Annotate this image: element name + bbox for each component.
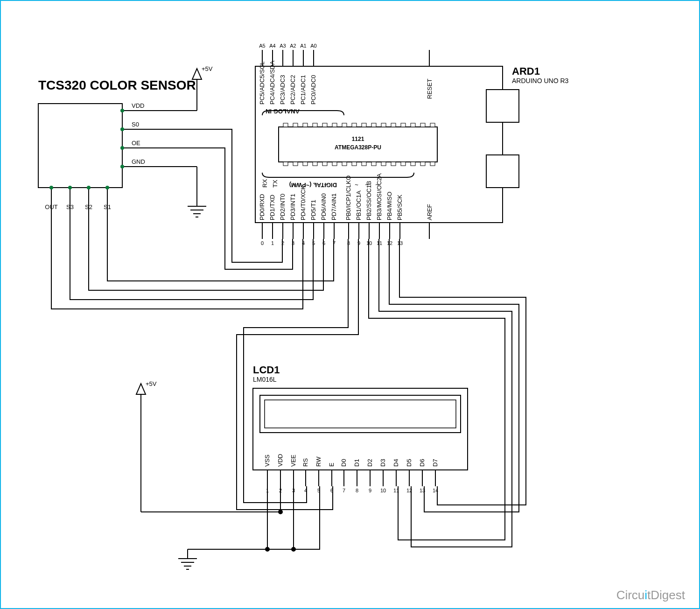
svg-rect-66 — [371, 162, 376, 166]
svg-rect-47 — [342, 123, 347, 127]
svg-text:RESET: RESET — [426, 79, 433, 99]
svg-text:A4: A4 — [269, 43, 275, 49]
atmega-chip: 1121 ATMEGA328P-PU — [279, 123, 437, 166]
svg-rect-69 — [401, 162, 406, 166]
color-sensor: VDDS0OEGND OUTS3S2S1 — [38, 102, 155, 210]
svg-text:ARDUINO UNO R3: ARDUINO UNO R3 — [512, 77, 569, 84]
svg-text:VEE: VEE — [290, 455, 297, 467]
svg-text:LM016L: LM016L — [253, 376, 277, 383]
svg-marker-197 — [136, 384, 146, 394]
svg-text:PB2/SS/OC1B: PB2/SS/OC1B — [365, 181, 372, 220]
svg-text:D6: D6 — [419, 459, 426, 467]
svg-text:A0: A0 — [310, 43, 316, 49]
svg-text:D4: D4 — [392, 459, 399, 467]
svg-rect-42 — [293, 123, 298, 127]
svg-text:PD0/RXD: PD0/RXD — [259, 194, 266, 220]
svg-text:PD1/TXD: PD1/TXD — [269, 195, 276, 220]
svg-rect-46 — [332, 123, 337, 127]
svg-point-206 — [279, 510, 282, 514]
svg-rect-72 — [430, 162, 435, 166]
svg-text:LCD1: LCD1 — [253, 364, 280, 376]
svg-rect-38 — [486, 90, 519, 122]
svg-text:GND: GND — [132, 158, 145, 165]
svg-text:PC4/ADC4/SDA: PC4/ADC4/SDA — [269, 61, 276, 105]
svg-text:D3: D3 — [379, 459, 386, 467]
svg-rect-57 — [283, 162, 288, 166]
svg-text:1: 1 — [271, 240, 274, 246]
svg-text:D1: D1 — [353, 459, 360, 467]
svg-rect-44 — [313, 123, 317, 127]
watermark: CircuitDigest — [616, 588, 685, 602]
svg-text:A5: A5 — [259, 43, 265, 49]
svg-text:PB0/ICP1/CLKO: PB0/ICP1/CLKO — [345, 175, 352, 220]
svg-text:VDD: VDD — [277, 454, 284, 467]
svg-text:D2: D2 — [366, 459, 373, 467]
svg-text:PB4/MISO: PB4/MISO — [386, 192, 393, 220]
svg-rect-60 — [313, 162, 317, 166]
svg-text:7: 7 — [343, 488, 345, 493]
svg-text:PB1/OC1A: PB1/OC1A — [355, 190, 362, 220]
svg-text:S0: S0 — [132, 121, 139, 128]
svg-rect-54 — [411, 123, 415, 127]
svg-text:TX: TX — [272, 180, 279, 188]
svg-text:10: 10 — [380, 488, 386, 493]
svg-text:~: ~ — [324, 181, 328, 188]
svg-text:D7: D7 — [432, 459, 439, 467]
svg-text:PC3/ADC3: PC3/ADC3 — [279, 75, 286, 105]
svg-rect-64 — [352, 162, 357, 166]
svg-point-8 — [120, 146, 124, 150]
svg-text:~: ~ — [293, 181, 297, 188]
svg-text:~: ~ — [355, 181, 358, 188]
svg-rect-43 — [303, 123, 308, 127]
lcd: LCD1 LM016L 1VSS2VDD3VEE4RS5RW6E7D08D19D… — [253, 364, 468, 493]
svg-text:PD5/T1: PD5/T1 — [310, 200, 317, 220]
schematic-svg: TCS320 COLOR SENSOR VDDS0OEGND OUTS3S2S1… — [1, 1, 700, 609]
svg-text:OE: OE — [132, 140, 140, 147]
svg-point-2 — [120, 109, 124, 112]
svg-text:VDD: VDD — [132, 102, 144, 109]
svg-text:A3: A3 — [280, 43, 286, 49]
svg-rect-50 — [371, 123, 376, 127]
svg-rect-63 — [342, 162, 347, 166]
svg-text:A2: A2 — [290, 43, 296, 49]
arduino: ARD1 ARDUINO UNO R3 1121 ATMEGA328P-PU A… — [255, 43, 569, 246]
svg-text:PD3/INT1: PD3/INT1 — [289, 194, 296, 220]
svg-text:D5: D5 — [406, 459, 413, 467]
svg-text:~: ~ — [314, 181, 317, 188]
svg-text:ANALOG IN: ANALOG IN — [266, 108, 300, 115]
svg-text:+5V: +5V — [146, 380, 157, 387]
svg-rect-56 — [430, 123, 435, 127]
svg-text:PC1/ADC1: PC1/ADC1 — [300, 75, 307, 105]
svg-rect-52 — [391, 123, 396, 127]
svg-text:PB3/MOSI/OC2A: PB3/MOSI/OC2A — [376, 173, 383, 220]
svg-text:E: E — [328, 462, 335, 467]
svg-text:D0: D0 — [340, 459, 347, 467]
svg-point-205 — [292, 547, 295, 551]
svg-rect-51 — [381, 123, 386, 127]
svg-text:9: 9 — [369, 488, 371, 493]
power-5v-lcd: +5V — [136, 380, 157, 512]
svg-text:ATMEGA328P-PU: ATMEGA328P-PU — [335, 144, 381, 151]
svg-rect-62 — [332, 162, 337, 166]
gnd-lcd — [178, 549, 197, 569]
svg-point-20 — [87, 186, 91, 189]
svg-text:PC5/ADC5/SCL: PC5/ADC5/SCL — [259, 62, 266, 105]
svg-point-204 — [266, 547, 269, 551]
svg-marker-27 — [192, 69, 202, 79]
svg-text:RS: RS — [302, 458, 309, 467]
svg-rect-65 — [362, 162, 366, 166]
svg-rect-49 — [362, 123, 366, 127]
svg-text:PD4/T0/XCK: PD4/T0/XCK — [300, 185, 307, 220]
svg-rect-70 — [411, 162, 415, 166]
gnd-sensor — [155, 167, 206, 217]
svg-text:0: 0 — [261, 240, 264, 246]
svg-rect-67 — [381, 162, 386, 166]
svg-rect-59 — [303, 162, 308, 166]
schematic-frame: TCS320 COLOR SENSOR VDDS0OEGND OUTS3S2S1… — [0, 0, 700, 609]
svg-point-5 — [120, 127, 124, 131]
svg-text:8: 8 — [356, 488, 358, 493]
title-text: TCS320 COLOR SENSOR — [38, 78, 196, 92]
svg-text:PC0/ADC0: PC0/ADC0 — [310, 75, 317, 105]
svg-rect-68 — [391, 162, 396, 166]
svg-point-23 — [105, 186, 109, 189]
